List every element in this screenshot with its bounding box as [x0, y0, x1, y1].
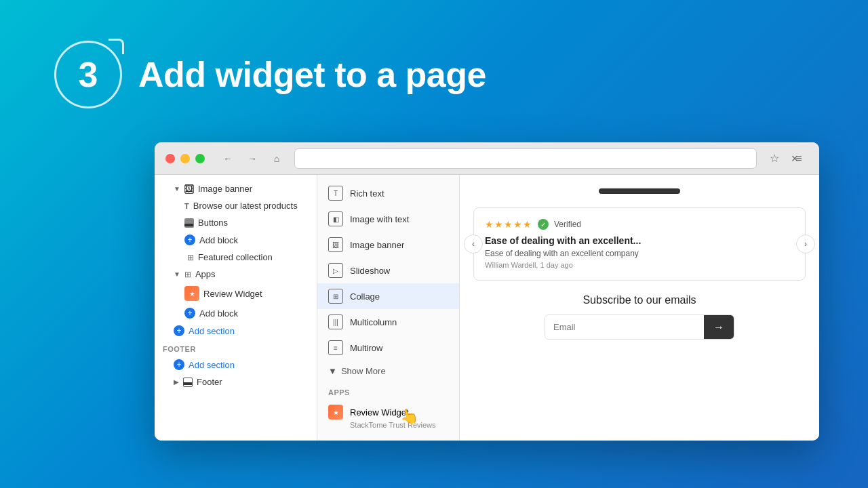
middle-item-multirow[interactable]: ≡ Multirow	[317, 335, 459, 361]
preview-bar	[599, 188, 680, 194]
sidebar-item-browse-products[interactable]: T Browse our latest products	[155, 197, 317, 214]
image-with-text-icon: ◧	[328, 211, 343, 226]
window-close-button[interactable]: ×	[781, 142, 808, 175]
minimize-traffic-light[interactable]	[180, 154, 190, 163]
middle-item-multicolumn[interactable]: ||| Multicolumn	[317, 309, 459, 335]
maximize-traffic-light[interactable]	[195, 154, 205, 163]
review-card: ★★★★★ ✓ Verified Ease of dealing with an…	[473, 207, 806, 281]
apps-label: Apps	[195, 269, 216, 279]
subscribe-section: Subscribe to our emails →	[473, 294, 806, 340]
back-button[interactable]: ←	[218, 149, 237, 168]
forward-button[interactable]: →	[243, 149, 262, 168]
image-banner-icon: 🖼	[184, 184, 194, 194]
browser-controls: ← → ⌂	[218, 149, 286, 168]
buttons-label: Buttons	[198, 218, 228, 228]
sidebar-item-footer[interactable]: ▶ ▬ Footer	[155, 373, 317, 390]
chevron-down-icon-apps: ▼	[174, 270, 180, 278]
middle-item-image-banner[interactable]: 🖼 Image banner	[317, 232, 459, 258]
prev-arrow-button[interactable]: ‹	[464, 235, 483, 253]
review-meta: William Wardell, 1 day ago	[485, 261, 794, 269]
review-widget-top: ★ Review Widget	[328, 405, 448, 420]
multicolumn-label: Multicolumn	[350, 317, 397, 327]
image-with-text-label: Image with text	[350, 214, 409, 224]
slideshow-icon: ▷	[328, 263, 343, 278]
chevron-right-icon-footer: ▶	[174, 378, 179, 386]
sidebar-item-apps[interactable]: ▼ ⊞ Apps	[155, 266, 317, 283]
browser-content: ▼ 🖼 Image banner T Browse our latest pro…	[155, 175, 819, 441]
sidebar-item-add-block-2[interactable]: + Add block	[155, 304, 317, 322]
middle-item-review-widget[interactable]: ★ Review Widget StackTome Trust Reviews	[317, 399, 459, 434]
chevron-down-show-more-icon: ▼	[328, 366, 337, 376]
plus-icon-2: +	[184, 308, 195, 319]
middle-item-collage[interactable]: ⊞ Collage	[317, 283, 459, 309]
email-form: →	[545, 314, 734, 340]
add-block-label-1: Add block	[199, 235, 238, 245]
verified-badge: ✓	[538, 219, 549, 230]
browser-titlebar: ← → ⌂ ☆ ≡ ×	[155, 142, 819, 175]
chevron-down-icon: ▼	[174, 185, 180, 192]
apps-section-icon: ⊞	[184, 270, 191, 279]
rich-text-icon: T	[328, 186, 343, 201]
multirow-icon: ≡	[328, 340, 343, 355]
traffic-lights	[165, 154, 205, 163]
middle-item-slideshow[interactable]: ▷ Slideshow	[317, 258, 459, 283]
text-icon: T	[184, 202, 189, 210]
sidebar-item-add-block-1[interactable]: + Add block	[155, 231, 317, 249]
sidebar-add-section-1[interactable]: + Add section	[155, 322, 317, 340]
email-submit-button[interactable]: →	[704, 315, 734, 339]
featured-collection-label: Featured collection	[198, 252, 273, 262]
image-banner-label: Image banner	[198, 184, 252, 194]
plus-icon-4: +	[174, 359, 184, 370]
slideshow-label: Slideshow	[350, 266, 390, 276]
show-more-button[interactable]: ▼ Show More	[317, 361, 459, 382]
collage-label: Collage	[350, 291, 380, 302]
review-widget-middle-label: Review Widget	[350, 407, 409, 418]
next-arrow-button[interactable]: ›	[796, 235, 815, 253]
verified-text: Verified	[554, 220, 581, 229]
add-block-label-2: Add block	[199, 308, 238, 319]
close-traffic-light[interactable]	[165, 154, 175, 163]
middle-item-rich-text[interactable]: T Rich text	[317, 180, 459, 206]
middle-panel: T Rich text ◧ Image with text 🖼 Image ba…	[317, 175, 460, 441]
multirow-label: Multirow	[350, 343, 382, 353]
email-input[interactable]	[545, 315, 704, 339]
address-bar[interactable]	[294, 148, 757, 169]
sidebar-item-review-widget[interactable]: ★ Review Widget	[155, 283, 317, 304]
sidebar-add-section-2[interactable]: + Add section	[155, 356, 317, 373]
hero-section: 3 Add widget to a page	[54, 41, 486, 108]
home-button[interactable]: ⌂	[267, 149, 286, 168]
buttons-icon: ▬	[184, 218, 194, 228]
sidebar: ▼ 🖼 Image banner T Browse our latest pro…	[155, 175, 317, 441]
review-widget-label: Review Widget	[203, 289, 262, 299]
add-section-label-2: Add section	[189, 360, 235, 370]
show-more-label: Show More	[341, 366, 386, 376]
featured-collection-icon: ⊞	[187, 253, 194, 262]
review-widget-icon: ★	[184, 286, 199, 301]
subscribe-title: Subscribe to our emails	[473, 294, 806, 306]
multicolumn-icon: |||	[328, 314, 343, 329]
footer-icon: ▬	[183, 378, 193, 387]
apps-section-label: APPS	[317, 382, 459, 399]
review-carousel: ‹ ★★★★★ ✓ Verified Ease of dealing with …	[473, 207, 806, 281]
review-header: ★★★★★ ✓ Verified	[485, 219, 794, 230]
add-section-label-1: Add section	[189, 326, 235, 336]
review-stars: ★★★★★	[485, 219, 532, 230]
hero-title: Add widget to a page	[138, 54, 486, 95]
preview-panel: ‹ ★★★★★ ✓ Verified Ease of dealing with …	[460, 175, 819, 441]
step-number: 3	[79, 54, 98, 95]
image-banner-middle-icon: 🖼	[328, 237, 343, 252]
plus-icon-1: +	[184, 235, 195, 245]
rich-text-label: Rich text	[350, 188, 384, 199]
step-badge: 3	[54, 41, 122, 108]
sidebar-item-featured-collection[interactable]: ⊞ Featured collection	[155, 249, 317, 266]
browser-window: ← → ⌂ ☆ ≡ × ▼ 🖼 Image banner T Browse ou…	[155, 142, 819, 441]
review-widget-subtitle: StackTome Trust Reviews	[328, 421, 448, 429]
sidebar-item-buttons[interactable]: ▬ Buttons	[155, 214, 317, 231]
middle-item-image-with-text[interactable]: ◧ Image with text	[317, 206, 459, 232]
browse-products-label: Browse our latest products	[193, 201, 298, 211]
review-title: Ease of dealing with an excellent...	[485, 235, 794, 246]
review-body: Ease of dealing with an excellent compan…	[485, 249, 794, 258]
sidebar-item-image-banner[interactable]: ▼ 🖼 Image banner	[155, 180, 317, 197]
footer-label: Footer	[197, 377, 222, 387]
footer-section-header: FOOTER	[155, 340, 317, 356]
